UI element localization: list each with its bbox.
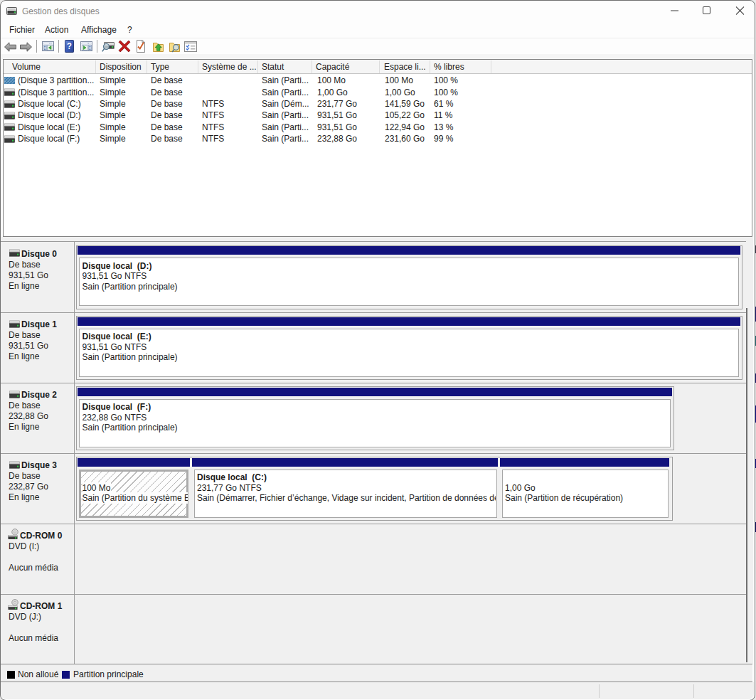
svg-text:?: ? [67, 41, 72, 52]
